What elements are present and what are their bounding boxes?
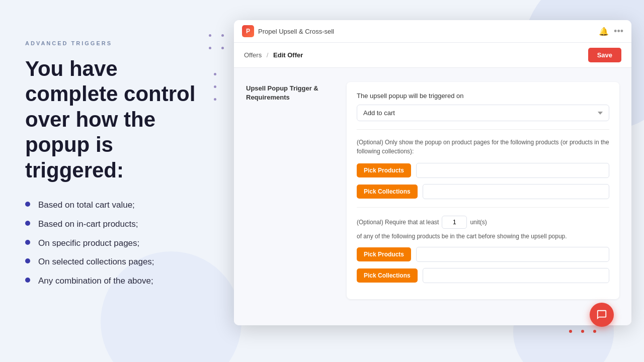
- app-icon: P: [242, 25, 254, 37]
- bullet-dot: [25, 278, 30, 283]
- pick-products-input-2[interactable]: [416, 247, 609, 262]
- bell-icon[interactable]: 🔔: [599, 27, 609, 36]
- optional2-prefix: (Optional) Require that at least: [357, 219, 439, 226]
- unit-input[interactable]: [442, 216, 467, 229]
- bullet-text: Based on total cart value;: [38, 199, 135, 211]
- trigger-label: The upsell popup will be triggered on: [357, 92, 609, 100]
- pick-collections-row-1: Pick Collections: [357, 184, 609, 199]
- app-window: P Propel Upsell & Cross-sell 🔔 ••• Offer…: [234, 20, 631, 325]
- main-heading: You have complete control over how the p…: [25, 56, 196, 183]
- trigger-select[interactable]: Add to cartPage loadExit intent: [357, 105, 609, 121]
- optional1-text: (Optional) Only show the popup on produc…: [357, 138, 609, 156]
- bullet-dot: [25, 202, 30, 207]
- form-label-col: Upsell Popup Trigger & Requirements: [246, 82, 347, 299]
- pick-products-button-1[interactable]: Pick Products: [357, 163, 411, 177]
- more-options-icon[interactable]: •••: [614, 26, 623, 37]
- bullet-text: Any combination of the above;: [38, 275, 153, 287]
- breadcrumb: Offers / Edit Offer: [244, 51, 303, 59]
- titlebar-actions: 🔔 •••: [599, 26, 623, 37]
- chat-icon: [596, 309, 607, 320]
- breadcrumb-separator: /: [267, 51, 269, 59]
- pick-products-button-2[interactable]: Pick Products: [357, 247, 411, 261]
- bullet-text: Based on in-cart products;: [38, 218, 138, 230]
- left-panel: ADVANCED TRIGGERS You have complete cont…: [0, 0, 221, 362]
- form-section-label: Upsell Popup Trigger & Requirements: [246, 84, 337, 102]
- pick-collections-button-2[interactable]: Pick Collections: [357, 268, 418, 283]
- divider-2: [357, 207, 609, 208]
- bullet-dot: [25, 240, 30, 245]
- form-fields-col: The upsell popup will be triggered on Ad…: [347, 82, 619, 299]
- pick-products-input-1[interactable]: [416, 163, 609, 178]
- breadcrumb-parent[interactable]: Offers: [244, 51, 262, 59]
- save-button[interactable]: Save: [588, 48, 621, 62]
- bullet-list: Based on total cart value;Based on in-ca…: [25, 199, 196, 287]
- app-titlebar: P Propel Upsell & Cross-sell 🔔 •••: [234, 20, 631, 43]
- bullet-item: Based on total cart value;: [25, 199, 196, 211]
- form-content: Upsell Popup Trigger & Requirements The …: [234, 68, 631, 325]
- pick-collections-row-2: Pick Collections: [357, 268, 609, 283]
- optional2-desc: of any of the following products be in t…: [357, 233, 609, 240]
- bullet-dot: [25, 258, 30, 263]
- breadcrumb-bar: Offers / Edit Offer Save: [234, 43, 631, 68]
- bullet-item: On specific product pages;: [25, 237, 196, 249]
- pick-collections-button-1[interactable]: Pick Collections: [357, 185, 418, 199]
- pick-collections-input-2[interactable]: [423, 268, 609, 283]
- pick-products-row-1: Pick Products: [357, 163, 609, 178]
- app-title-text: Propel Upsell & Cross-sell: [258, 28, 334, 35]
- bullet-item: Any combination of the above;: [25, 275, 196, 287]
- optional2-row: (Optional) Require that at least unit(s): [357, 216, 609, 229]
- bullet-text: On specific product pages;: [38, 237, 139, 249]
- bullet-item: On selected collections pages;: [25, 256, 196, 268]
- app-area: P Propel Upsell & Cross-sell 🔔 ••• Offer…: [221, 0, 644, 362]
- form-section: Upsell Popup Trigger & Requirements The …: [234, 82, 631, 311]
- bullet-text: On selected collections pages;: [38, 256, 154, 268]
- pick-collections-input-1[interactable]: [423, 184, 609, 199]
- bullet-dot: [25, 221, 30, 226]
- section-label: ADVANCED TRIGGERS: [25, 40, 196, 46]
- titlebar-left: P Propel Upsell & Cross-sell: [242, 25, 334, 37]
- chat-button[interactable]: [590, 303, 614, 327]
- pick-products-row-2: Pick Products: [357, 247, 609, 262]
- divider-1: [357, 129, 609, 130]
- optional2-suffix: unit(s): [470, 219, 487, 226]
- bullet-item: Based on in-cart products;: [25, 218, 196, 230]
- breadcrumb-current: Edit Offer: [273, 51, 303, 59]
